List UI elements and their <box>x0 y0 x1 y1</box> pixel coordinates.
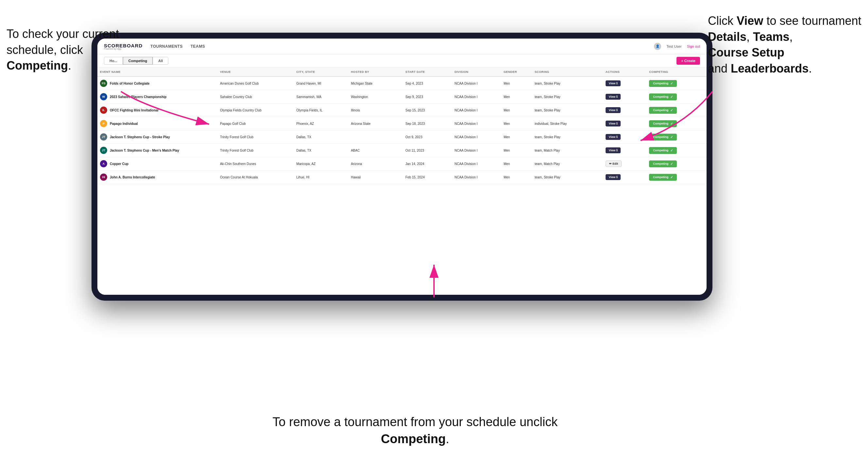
col-header-competing: COMPETING <box>646 68 707 76</box>
edit-button[interactable]: ✏ Edit <box>606 160 622 167</box>
actions-cell: View ℹ <box>603 130 647 144</box>
event-name: Papago Individual <box>110 122 138 125</box>
hosted-cell: Arizona <box>348 157 403 170</box>
actions-cell: ✏ Edit <box>603 157 647 170</box>
col-header-hosted: HOSTED BY <box>348 68 403 76</box>
actions-cell: View ℹ <box>603 144 647 157</box>
hosted-cell: ABAC <box>348 144 403 157</box>
date-cell: Oct 11, 2023 <box>403 144 452 157</box>
team-logo: FS <box>100 80 107 87</box>
event-name-cell: IL OFCC Fighting Illini Invitational <box>100 106 215 114</box>
date-cell: Sep 18, 2023 <box>403 117 452 130</box>
team-logo: HI <box>100 174 107 181</box>
view-button[interactable]: View ℹ <box>606 81 621 86</box>
competing-button[interactable]: Competing ✓ <box>649 107 677 114</box>
division-cell: NCAA Division I <box>452 90 501 103</box>
annotation-top-right: Click View to see tournament Details, Te… <box>708 13 865 76</box>
competing-cell: Competing ✓ <box>646 117 707 130</box>
city-cell: Dallas, TX <box>294 130 348 144</box>
scoring-cell: team, Match Play <box>532 144 603 157</box>
actions-cell: View ℹ <box>603 103 647 117</box>
gender-cell: Men <box>501 117 532 130</box>
col-header-date: START DATE <box>403 68 452 76</box>
scoring-cell: team, Match Play <box>532 157 603 170</box>
date-cell: Sep 4, 2023 <box>403 76 452 90</box>
tablet-frame: SCOREBOARD Powered by clipp TOURNAMENTS … <box>92 33 712 301</box>
event-name: Jackson T. Stephens Cup - Stroke Play <box>110 135 170 139</box>
annotation-top-left: To check your current schedule, click Co… <box>6 26 131 74</box>
view-button[interactable]: View ℹ <box>606 134 621 140</box>
date-cell: Feb 15, 2024 <box>403 170 452 184</box>
nav-tournaments[interactable]: TOURNAMENTS <box>150 44 183 49</box>
nav-right: 👤 Test User Sign out <box>654 43 700 50</box>
event-name: John A. Burns Intercollegiate <box>110 176 155 179</box>
gender-cell: Men <box>501 90 532 103</box>
division-cell: NCAA Division I <box>452 144 501 157</box>
col-header-actions: ACTIONS <box>603 68 647 76</box>
city-cell: Maricopa, AZ <box>294 157 348 170</box>
col-header-division: DIVISION <box>452 68 501 76</box>
view-button[interactable]: View ℹ <box>606 94 621 100</box>
actions-cell: View ℹ <box>603 117 647 130</box>
scoring-cell: team, Stroke Play <box>532 130 603 144</box>
tab-all[interactable]: All <box>153 57 168 65</box>
event-name: Copper Cup <box>110 162 128 166</box>
col-header-scoring: SCORING <box>532 68 603 76</box>
user-avatar: 👤 <box>654 43 661 50</box>
event-name-cell: HI John A. Burns Intercollegiate <box>100 174 215 181</box>
view-button[interactable]: View ℹ <box>606 147 621 153</box>
nav-links: TOURNAMENTS TEAMS <box>150 44 654 49</box>
event-name: OFCC Fighting Illini Invitational <box>110 108 158 112</box>
competing-button[interactable]: Competing ✓ <box>649 80 677 87</box>
division-cell: NCAA Division I <box>452 170 501 184</box>
nav-teams[interactable]: TEAMS <box>190 44 205 49</box>
division-cell: NCAA Division I <box>452 130 501 144</box>
table-row: FS Folds of Honor Collegiate American Du… <box>97 76 707 90</box>
competing-button[interactable]: Competing ✓ <box>649 174 677 181</box>
team-logo: JT <box>100 147 107 154</box>
scoring-cell: team, Stroke Play <box>532 90 603 103</box>
create-button[interactable]: + Create <box>677 57 700 65</box>
competing-button[interactable]: Competing ✓ <box>649 134 677 141</box>
tournament-table-container: EVENT NAME VENUE CITY, STATE HOSTED BY S… <box>97 68 707 295</box>
hosted-cell <box>348 130 403 144</box>
team-logo: A <box>100 160 107 167</box>
competing-cell: Competing ✓ <box>646 144 707 157</box>
table-row: JT Jackson T. Stephens Cup - Stroke Play… <box>97 130 707 144</box>
gender-cell: Men <box>501 76 532 90</box>
col-header-gender: GENDER <box>501 68 532 76</box>
tournament-table: EVENT NAME VENUE CITY, STATE HOSTED BY S… <box>97 68 707 184</box>
filter-bar: Ho... Competing All + Create <box>97 54 707 68</box>
col-header-city: CITY, STATE <box>294 68 348 76</box>
gender-cell: Men <box>501 157 532 170</box>
event-name: Folds of Honor Collegiate <box>110 82 150 85</box>
event-name: 2023 Sahalee Players Championship <box>110 95 166 99</box>
division-cell: NCAA Division I <box>452 117 501 130</box>
view-button[interactable]: View ℹ <box>606 174 621 180</box>
user-name: Test User <box>666 44 681 49</box>
view-button[interactable]: View ℹ <box>606 121 621 126</box>
competing-cell: Competing ✓ <box>646 103 707 117</box>
date-cell: Sep 15, 2023 <box>403 103 452 117</box>
event-name-cell: P Papago Individual <box>100 120 215 127</box>
city-cell: Sammamish, WA <box>294 90 348 103</box>
event-name-cell: A Copper Cup <box>100 160 215 167</box>
view-button[interactable]: View ℹ <box>606 107 621 113</box>
city-cell: Lihue, HI <box>294 170 348 184</box>
navbar: SCOREBOARD Powered by clipp TOURNAMENTS … <box>97 38 707 54</box>
tablet-screen: SCOREBOARD Powered by clipp TOURNAMENTS … <box>97 38 707 295</box>
event-name-cell: JT Jackson T. Stephens Cup - Men's Match… <box>100 147 215 154</box>
event-name: Jackson T. Stephens Cup - Men's Match Pl… <box>110 149 179 152</box>
competing-button[interactable]: Competing ✓ <box>649 160 677 167</box>
signout-link[interactable]: Sign out <box>687 44 700 49</box>
scoring-cell: individual, Stroke Play <box>532 117 603 130</box>
event-name-cell: FS Folds of Honor Collegiate <box>100 80 215 87</box>
venue-cell: Ak-Chin Southern Dunes <box>217 157 294 170</box>
competing-button[interactable]: Competing ✓ <box>649 93 677 100</box>
competing-button[interactable]: Competing ✓ <box>649 147 677 154</box>
hosted-cell: Michigan State <box>348 76 403 90</box>
city-cell: Phoenix, AZ <box>294 117 348 130</box>
date-cell: Sep 9, 2023 <box>403 90 452 103</box>
competing-button[interactable]: Competing ✓ <box>649 120 677 127</box>
annotation-bottom: To remove a tournament from your schedul… <box>268 414 562 447</box>
